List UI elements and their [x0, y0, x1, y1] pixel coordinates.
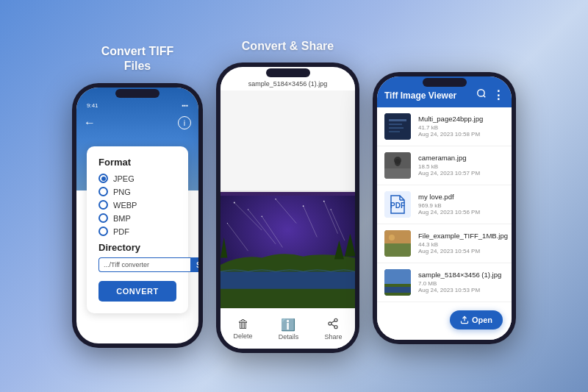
stars-layer	[220, 192, 355, 313]
phone2-bottombar: 🗑 Delete ℹ️ Details	[220, 308, 355, 349]
phone1-screen: 9:41 ▪▪▪ ← i Format JPEG PNG	[76, 88, 198, 343]
phone2-title: Convert & Share	[242, 39, 334, 54]
file-name-1: Multi_page24bpp.jpg	[418, 115, 504, 123]
select-button[interactable]: Select	[190, 257, 198, 272]
phone1-statusbar: 9:41 ▪▪▪	[76, 98, 198, 113]
svg-rect-17	[220, 272, 355, 289]
phone1: 9:41 ▪▪▪ ← i Format JPEG PNG	[72, 83, 203, 348]
file-name-5: sample_5184×3456 (1).jpg	[418, 271, 504, 279]
phone2: sample_5184×3456 (1).jpg	[216, 63, 359, 353]
phone1-title: Convert TIFFFiles	[101, 44, 174, 75]
phone3: Tiff Image Viewer ⋮	[373, 72, 516, 344]
details-icon: ℹ️	[281, 318, 295, 332]
svg-point-15	[262, 216, 263, 218]
search-icon[interactable]	[476, 88, 487, 102]
convert-button[interactable]: CONVERT	[98, 281, 176, 302]
svg-text:PDF: PDF	[390, 202, 405, 210]
file-item-4[interactable]: File_example_TIFF_1MB.jpg 44.3 kB Aug 24…	[377, 224, 512, 263]
radio-circle-bmp[interactable]	[98, 213, 108, 223]
file-meta-5: 7.0 MB Aug 24, 2023 10:53 PM	[418, 280, 504, 293]
format-label: Format	[98, 157, 176, 168]
file-list: Multi_page24bpp.jpg 41.7 kB Aug 24, 2023…	[377, 107, 512, 340]
svg-point-23	[478, 90, 484, 96]
file-info-4: File_example_TIFF_1MB.jpg 44.3 kB Aug 24…	[418, 232, 508, 254]
file-name-4: File_example_TIFF_1MB.jpg	[418, 232, 508, 240]
svg-rect-41	[384, 243, 411, 257]
svg-point-13	[303, 206, 304, 207]
back-icon[interactable]: ←	[84, 116, 96, 129]
radio-png[interactable]: PNG	[98, 187, 176, 196]
svg-point-42	[389, 235, 395, 240]
directory-input-row: Select	[98, 257, 176, 272]
file-item-5[interactable]: sample_5184×3456 (1).jpg 7.0 MB Aug 24, …	[377, 263, 512, 302]
share-icon	[327, 318, 339, 332]
radio-jpeg[interactable]: JPEG	[98, 174, 176, 183]
share-label: Share	[324, 333, 342, 341]
svg-point-18	[334, 318, 337, 321]
phone2-screen: sample_5184×3456 (1).jpg	[220, 67, 355, 349]
file-info-2: cameraman.jpg 18.5 kB Aug 24, 2023 10:57…	[418, 154, 504, 177]
more-menu-icon[interactable]: ⋮	[492, 88, 504, 102]
directory-label: Directory	[98, 242, 176, 253]
radio-webp[interactable]: WEBP	[98, 200, 176, 210]
format-card: Format JPEG PNG WEBP BM	[87, 146, 188, 313]
delete-label: Delete	[234, 332, 253, 340]
file-thumb-1	[384, 113, 411, 140]
svg-rect-26	[389, 119, 406, 121]
svg-rect-33	[384, 168, 411, 179]
radio-label-bmp: BMP	[113, 214, 131, 223]
file-name-2: cameraman.jpg	[418, 154, 504, 162]
directory-input[interactable]	[98, 257, 190, 272]
svg-rect-27	[389, 124, 402, 125]
radio-circle-jpeg[interactable]	[98, 174, 108, 183]
open-button[interactable]: Open	[450, 310, 503, 329]
phone1-topbar: ← i	[76, 111, 198, 135]
svg-rect-25	[384, 113, 411, 140]
svg-point-19	[329, 322, 331, 325]
svg-rect-44	[384, 269, 411, 284]
phone2-filename: sample_5184×3456 (1).jpg	[248, 80, 327, 88]
radio-circle-webp[interactable]	[98, 200, 108, 210]
file-meta-2: 18.5 kB Aug 24, 2023 10:57 PM	[418, 163, 504, 177]
delete-icon: 🗑	[237, 318, 249, 331]
file-thumb-5	[384, 269, 411, 296]
svg-point-9	[234, 202, 235, 204]
delete-action[interactable]: 🗑 Delete	[234, 318, 253, 340]
phone2-notch	[266, 68, 310, 77]
file-thumb-2	[384, 152, 411, 179]
phone1-notch	[115, 89, 159, 98]
phone3-screen: Tiff Image Viewer ⋮	[377, 76, 512, 340]
svg-rect-46	[384, 287, 411, 293]
radio-bmp[interactable]: BMP	[98, 213, 176, 223]
svg-point-34	[395, 159, 401, 166]
file-thumb-4	[384, 230, 411, 257]
svg-point-14	[227, 223, 228, 224]
app-title: Tiff Image Viewer	[384, 90, 476, 101]
phone3-notch	[423, 78, 467, 87]
file-meta-4: 44.3 kB Aug 24, 2023 10:54 PM	[418, 241, 508, 254]
svg-point-16	[330, 210, 331, 210]
details-action[interactable]: ℹ️ Details	[279, 318, 299, 341]
file-info-3: my love.pdf 969.9 kB Aug 24, 2023 10:56 …	[418, 193, 504, 215]
svg-point-10	[275, 199, 276, 200]
info-icon[interactable]: i	[178, 116, 191, 129]
radio-pdf[interactable]: PDF	[98, 227, 176, 236]
svg-point-11	[323, 201, 325, 202]
file-item-3[interactable]: PDF my love.pdf 969.9 kB Aug 24, 2023 10…	[377, 185, 512, 224]
radio-label-webp: WEBP	[113, 201, 137, 210]
open-button-label: Open	[472, 316, 492, 324]
radio-label-pdf: PDF	[113, 227, 129, 236]
radio-circle-png[interactable]	[98, 187, 108, 196]
file-item-1[interactable]: Multi_page24bpp.jpg 41.7 kB Aug 24, 2023…	[377, 107, 512, 146]
phone2-statusbar: sample_5184×3456 (1).jpg	[220, 77, 355, 90]
svg-rect-29	[389, 131, 400, 132]
file-item-2[interactable]: cameraman.jpg 18.5 kB Aug 24, 2023 10:57…	[377, 146, 512, 185]
share-action[interactable]: Share	[324, 318, 342, 341]
file-info-5: sample_5184×3456 (1).jpg 7.0 MB Aug 24, …	[418, 271, 504, 293]
radio-circle-pdf[interactable]	[98, 227, 108, 236]
svg-line-22	[331, 321, 335, 323]
svg-rect-28	[389, 127, 404, 129]
file-meta-3: 969.9 kB Aug 24, 2023 10:56 PM	[418, 202, 504, 215]
radio-label-png: PNG	[113, 188, 131, 196]
svg-line-21	[331, 324, 335, 327]
